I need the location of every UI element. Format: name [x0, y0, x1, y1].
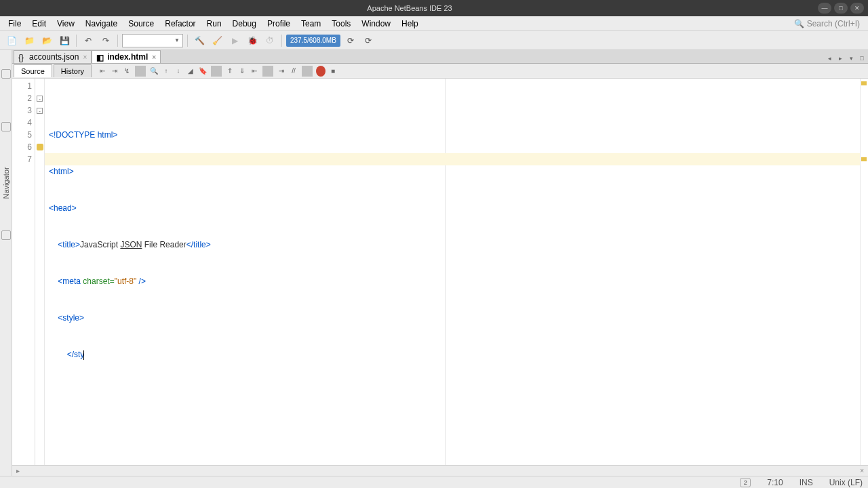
- close-tab-icon[interactable]: ×: [83, 54, 87, 61]
- menu-refactor[interactable]: Refactor: [159, 17, 201, 30]
- json-file-icon: {}: [18, 53, 26, 61]
- nav-back-icon[interactable]: ⇤: [97, 66, 108, 77]
- maximize-button[interactable]: □: [834, 3, 848, 14]
- shift-right-icon[interactable]: ⇥: [276, 66, 287, 77]
- debug-button[interactable]: 🐞: [245, 33, 260, 48]
- shift-left-icon[interactable]: ⇤: [249, 66, 260, 77]
- macro-stop-icon[interactable]: ■: [328, 66, 338, 77]
- menu-window[interactable]: Window: [356, 17, 396, 30]
- macro-record-icon[interactable]: [315, 66, 326, 77]
- menu-tools[interactable]: Tools: [326, 17, 356, 30]
- menu-file[interactable]: File: [3, 17, 26, 30]
- menu-navigate[interactable]: Navigate: [80, 17, 123, 30]
- minimize-button[interactable]: —: [818, 3, 831, 14]
- menu-run[interactable]: Run: [201, 17, 227, 30]
- find-next-icon[interactable]: ↓: [173, 66, 184, 77]
- find-selection-icon[interactable]: 🔍: [149, 66, 159, 77]
- toggle-bookmark-icon[interactable]: 🔖: [197, 66, 208, 77]
- window-title: Apache NetBeans IDE 23: [4, 4, 815, 12]
- prev-bookmark-icon[interactable]: ⇑: [224, 66, 235, 77]
- left-sidebar: Navigator: [0, 50, 12, 476]
- navigator-tab[interactable]: Navigator: [2, 167, 10, 199]
- notifications-badge[interactable]: 2: [740, 478, 751, 487]
- projects-tab-icon[interactable]: [1, 69, 11, 79]
- menu-team[interactable]: Team: [296, 17, 326, 30]
- warning-mark[interactable]: [861, 81, 867, 85]
- history-tab[interactable]: History: [54, 64, 92, 77]
- menubar: File Edit View Navigate Source Refactor …: [0, 16, 868, 31]
- editor-area: {} accounts.json × ◧ index.html × ◂ ▸ ▾ …: [12, 50, 868, 476]
- fold-icon[interactable]: -: [37, 108, 43, 114]
- find-prev-icon[interactable]: ↑: [161, 66, 172, 77]
- insert-mode[interactable]: INS: [800, 478, 813, 487]
- nav-forward-icon[interactable]: ⇥: [109, 66, 120, 77]
- memory-indicator[interactable]: 237.5/608.0MB: [286, 35, 340, 47]
- clean-build-button[interactable]: 🧹: [210, 33, 224, 48]
- open-button[interactable]: 📂: [39, 33, 54, 48]
- search-icon: 🔍: [794, 19, 804, 28]
- search-placeholder: Search (Ctrl+I): [807, 19, 860, 28]
- menu-source[interactable]: Source: [123, 17, 159, 30]
- redo-button[interactable]: ↷: [98, 33, 113, 48]
- line-ending[interactable]: Unix (LF): [829, 478, 863, 487]
- warning-mark[interactable]: [861, 157, 867, 161]
- text-caret: [83, 350, 84, 360]
- cursor-position: 7:10: [767, 478, 783, 487]
- new-project-button[interactable]: 📁: [22, 33, 37, 48]
- current-line-highlight: [45, 153, 860, 165]
- error-stripe[interactable]: [860, 79, 868, 465]
- comment-icon[interactable]: //: [288, 66, 299, 77]
- file-tab-index[interactable]: ◧ index.html ×: [92, 50, 161, 63]
- breadcrumb-expand-icon[interactable]: ▸: [16, 467, 20, 474]
- navigator-tab-icon[interactable]: [1, 230, 11, 240]
- html-file-icon: ◧: [96, 53, 104, 61]
- close-button[interactable]: ✕: [850, 3, 864, 14]
- file-tab-label: accounts.json: [29, 52, 79, 62]
- warning-gutter-icon[interactable]: [37, 144, 43, 150]
- search-box[interactable]: 🔍 Search (Ctrl+I): [789, 19, 865, 28]
- profiler-snapshot-button[interactable]: ⟳: [361, 33, 376, 48]
- source-tab[interactable]: Source: [14, 64, 52, 77]
- scroll-tabs-right-icon[interactable]: ▸: [835, 54, 845, 63]
- close-tab-icon[interactable]: ×: [152, 54, 156, 61]
- code-content[interactable]: <!DOCTYPE html> <html> <head> <title>Jav…: [45, 79, 860, 465]
- statusbar: 2 7:10 INS Unix (LF): [0, 476, 868, 488]
- code-editor[interactable]: 1 2 3 4 5 6 7 - - <!DOCTYPE html>: [12, 79, 868, 465]
- editor-subtoolbar: Source History ⇤ ⇥ ↯ 🔍 ↑ ↓ ◢ 🔖 ⇑ ⇓ ⇤ ⇥ /…: [12, 64, 868, 79]
- services-tab-icon[interactable]: [1, 122, 11, 131]
- file-tabs: {} accounts.json × ◧ index.html × ◂ ▸ ▾ …: [12, 50, 868, 64]
- menu-edit[interactable]: Edit: [26, 17, 52, 30]
- menu-view[interactable]: View: [52, 17, 80, 30]
- tab-list-icon[interactable]: ▾: [846, 54, 856, 63]
- fold-gutter: - -: [35, 79, 45, 465]
- new-file-button[interactable]: 📄: [4, 33, 19, 48]
- titlebar: Apache NetBeans IDE 23 — □ ✕: [0, 0, 868, 16]
- run-button[interactable]: ▶: [227, 33, 242, 48]
- build-button[interactable]: 🔨: [192, 33, 207, 48]
- toolbar: 📄 📁 📂 💾 ↶ ↷ ▼ 🔨 🧹 ▶ 🐞 ⏱ 237.5/608.0MB ⟳ …: [0, 31, 868, 50]
- fold-icon[interactable]: -: [37, 96, 43, 102]
- last-edit-icon[interactable]: ↯: [121, 66, 132, 77]
- maximize-editor-icon[interactable]: □: [857, 54, 867, 63]
- next-bookmark-icon[interactable]: ⇓: [237, 66, 248, 77]
- line-number-gutter: 1 2 3 4 5 6 7: [12, 79, 35, 465]
- menu-help[interactable]: Help: [396, 17, 424, 30]
- menu-debug[interactable]: Debug: [227, 17, 262, 30]
- breadcrumb-bar: ▸ ×: [12, 465, 868, 476]
- scroll-tabs-left-icon[interactable]: ◂: [825, 54, 834, 63]
- undo-button[interactable]: ↶: [81, 33, 96, 48]
- pause-indexing-button[interactable]: ⟳: [343, 33, 358, 48]
- profile-button[interactable]: ⏱: [262, 33, 277, 48]
- save-all-button[interactable]: 💾: [57, 33, 72, 48]
- breadcrumb-close-icon[interactable]: ×: [860, 467, 864, 474]
- file-tab-label: index.html: [107, 52, 148, 62]
- toggle-highlight-icon[interactable]: ◢: [185, 66, 196, 77]
- file-tab-accounts[interactable]: {} accounts.json ×: [14, 50, 92, 63]
- main-area: Navigator {} accounts.json × ◧ index.htm…: [0, 50, 868, 476]
- menu-profile[interactable]: Profile: [262, 17, 296, 30]
- config-combo[interactable]: ▼: [122, 34, 183, 47]
